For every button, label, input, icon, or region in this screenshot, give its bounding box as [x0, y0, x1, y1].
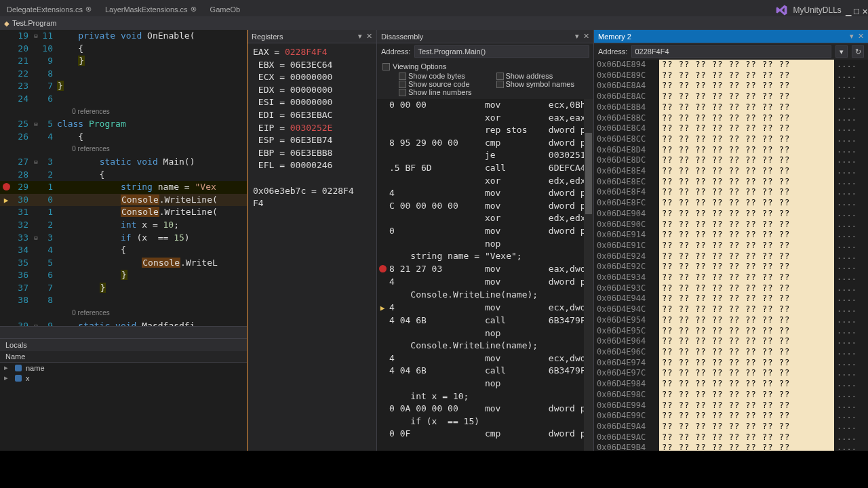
- view-option[interactable]: Show symbol names: [496, 80, 589, 88]
- memory-row: 0x06D4E98C?? ?? ?? ?? ?? ?? ?? ??....: [594, 390, 868, 401]
- memory-row: 0x06D4E94C?? ?? ?? ?? ?? ?? ?? ??....: [594, 304, 868, 315]
- document-tabs: DelegateExtensions.cs ⦿ LayerMaskExtensi…: [0, 0, 868, 16]
- memory-row: 0x06D4E8D4?? ?? ?? ?? ?? ?? ?? ??....: [594, 145, 868, 156]
- memory-row: 0x06D4E924?? ?? ?? ?? ?? ?? ?? ??....: [594, 251, 868, 262]
- class-icon: ◆: [4, 20, 9, 27]
- memory-row: 0x06D4E92C?? ?? ?? ?? ?? ?? ?? ??....: [594, 262, 868, 272]
- memory-row: 0x06D4E9A4?? ?? ?? ?? ?? ?? ?? ??....: [594, 422, 868, 432]
- window-title: MyUnityDLLs: [793, 5, 842, 15]
- dropdown-icon[interactable]: ▾: [850, 32, 854, 41]
- memory-row: 0x06D4E8DC?? ?? ?? ?? ?? ?? ?? ??....: [594, 155, 868, 166]
- registers-header[interactable]: Registers ▾✕: [248, 30, 376, 43]
- memory-row: 0x06D4E914?? ?? ?? ?? ?? ?? ?? ??....: [594, 230, 868, 241]
- context-bar[interactable]: ◆ Test.Program: [0, 16, 868, 30]
- vs-logo-icon: [776, 4, 788, 16]
- locals-body: ▸name▸x: [0, 363, 247, 451]
- memory-row: 0x06D4E8BC?? ?? ?? ?? ?? ?? ?? ??....: [594, 113, 868, 124]
- memory-row: 0x06D4E984?? ?? ?? ?? ?? ?? ?? ??....: [594, 379, 868, 390]
- memory-row: 0x06D4E8B4?? ?? ?? ?? ?? ?? ?? ??....: [594, 102, 868, 113]
- memory-row: 0x06D4E8C4?? ?? ?? ?? ?? ?? ?? ??....: [594, 123, 868, 134]
- viewing-options: Viewing Options Show code bytesShow addr…: [377, 60, 593, 99]
- view-option[interactable]: Show source code: [399, 80, 491, 88]
- memory-row: 0x06D4E8F4?? ?? ?? ?? ?? ?? ?? ??....: [594, 187, 868, 198]
- dropdown-icon[interactable]: ▾: [575, 32, 579, 41]
- memory-row: 0x06D4E90C?? ?? ?? ?? ?? ?? ?? ??....: [594, 220, 868, 230]
- memory-address-input[interactable]: [631, 45, 831, 58]
- memory-row: 0x06D4E964?? ?? ?? ?? ?? ?? ?? ??....: [594, 336, 868, 347]
- view-option[interactable]: Show line numbers: [399, 88, 491, 96]
- view-option[interactable]: Show address: [496, 72, 589, 80]
- close-pane-icon[interactable]: ✕: [583, 32, 589, 41]
- memory-header[interactable]: Memory 2 ▾✕: [594, 30, 868, 43]
- maximize-button[interactable]: ☐: [853, 7, 860, 16]
- memory-row: 0x06D4E954?? ?? ?? ?? ?? ?? ?? ??....: [594, 315, 868, 326]
- memory-row: 0x06D4E95C?? ?? ?? ?? ?? ?? ?? ??....: [594, 326, 868, 337]
- memory-row: 0x06D4E89C?? ?? ?? ?? ?? ?? ?? ??....: [594, 70, 868, 81]
- locals-header[interactable]: Locals: [0, 338, 247, 351]
- pin-icon: ⦿: [191, 6, 197, 13]
- memory-row: 0x06D4E93C?? ?? ?? ?? ?? ?? ?? ??....: [594, 283, 868, 294]
- checkbox-icon[interactable]: [382, 63, 390, 70]
- memory-row: 0x06D4E8AC?? ?? ?? ?? ?? ?? ?? ??....: [594, 92, 868, 102]
- tab-delegate[interactable]: DelegateExtensions.cs ⦿: [0, 3, 98, 16]
- address-label: Address:: [381, 47, 410, 56]
- memory-row: 0x06D4E9B4?? ?? ?? ?? ?? ?? ?? ??....: [594, 443, 868, 451]
- memory-row: 0x06D4E9AC?? ?? ?? ?? ?? ?? ?? ??....: [594, 432, 868, 443]
- memory-row: 0x06D4E8E4?? ?? ?? ?? ?? ?? ?? ??....: [594, 166, 868, 177]
- close-pane-icon[interactable]: ✕: [366, 32, 372, 41]
- address-label: Address:: [598, 47, 627, 56]
- memory-row: 0x06D4E96C?? ?? ?? ?? ?? ?? ?? ??....: [594, 347, 868, 358]
- tab-gameob[interactable]: GameOb: [203, 3, 248, 16]
- local-row[interactable]: ▸name: [0, 363, 247, 373]
- close-button[interactable]: ✕: [862, 7, 868, 16]
- dropdown-button[interactable]: ▾: [835, 45, 848, 58]
- local-row[interactable]: ▸x: [0, 373, 247, 383]
- tab-layermask[interactable]: LayerMaskExtensions.cs ⦿: [98, 3, 203, 16]
- memory-row: 0x06D4E8A4?? ?? ?? ?? ?? ?? ?? ??....: [594, 81, 868, 92]
- disasm-address-input[interactable]: [414, 45, 589, 58]
- memory-row: 0x06D4E99C?? ?? ?? ?? ?? ?? ?? ??....: [594, 411, 868, 422]
- memory-row: 0x06D4E8FC?? ?? ?? ?? ?? ?? ?? ??....: [594, 198, 868, 209]
- refresh-button[interactable]: ↻: [852, 45, 864, 58]
- code-editor[interactable]: 19⊟11 private void OnEnable(2010 {219 }2…: [0, 30, 247, 326]
- disassembly-header[interactable]: Disassembly ▾✕: [377, 30, 593, 43]
- scrollbar[interactable]: [584, 99, 593, 451]
- pin-icon: ⦿: [85, 6, 92, 13]
- disassembly-body[interactable]: 0 00 00 mov ecx,0Bh xor eax,eax rep stos…: [377, 99, 593, 451]
- memory-row: 0x06D4E944?? ?? ?? ?? ?? ?? ?? ??....: [594, 293, 868, 304]
- memory-row: 0x06D4E8CC?? ?? ?? ?? ?? ?? ?? ??....: [594, 134, 868, 145]
- memory-row: 0x06D4E904?? ?? ?? ?? ?? ?? ?? ??....: [594, 209, 868, 220]
- memory-row: 0x06D4E91C?? ?? ?? ?? ?? ?? ?? ??....: [594, 241, 868, 251]
- minimize-button[interactable]: ▁: [846, 7, 851, 16]
- memory-body[interactable]: 0x06D4E894?? ?? ?? ?? ?? ?? ?? ??....0x0…: [594, 60, 868, 451]
- memory-row: 0x06D4E934?? ?? ?? ?? ?? ?? ?? ??....: [594, 272, 868, 283]
- memory-row: 0x06D4E97C?? ?? ?? ?? ?? ?? ?? ??....: [594, 368, 868, 379]
- close-pane-icon[interactable]: ✕: [858, 32, 864, 41]
- locals-col-name[interactable]: Name: [0, 351, 247, 363]
- memory-row: 0x06D4E974?? ?? ?? ?? ?? ?? ?? ??....: [594, 358, 868, 369]
- memory-row: 0x06D4E994?? ?? ?? ?? ?? ?? ?? ??....: [594, 401, 868, 411]
- registers-body: EAX = 0228F4F4 EBX = 06E3EC64 ECX = 0000…: [248, 43, 376, 451]
- view-option[interactable]: Show code bytes: [399, 72, 491, 80]
- memory-row: 0x06D4E8EC?? ?? ?? ?? ?? ?? ?? ??....: [594, 177, 868, 188]
- memory-row: 0x06D4E894?? ?? ?? ?? ?? ?? ?? ??....: [594, 60, 868, 70]
- dropdown-icon[interactable]: ▾: [358, 32, 362, 41]
